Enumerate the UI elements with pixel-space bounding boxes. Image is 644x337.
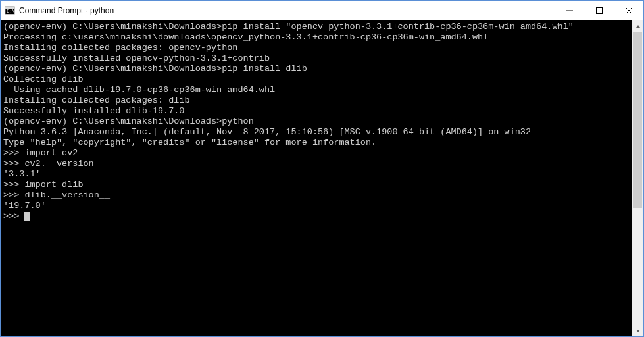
svg-marker-7: [636, 25, 640, 28]
terminal-line: >>> cv2.__version__: [3, 159, 630, 169]
terminal-line: Successfully installed opencv-python-3.3…: [3, 53, 630, 64]
vertical-scrollbar[interactable]: [632, 20, 643, 336]
terminal-line: >>>: [3, 211, 630, 222]
cursor: [24, 212, 30, 221]
minimize-button[interactable]: [555, 1, 584, 20]
svg-marker-8: [636, 330, 640, 332]
terminal-line: '3.3.1': [3, 169, 630, 180]
terminal-area: (opencv-env) C:\Users\minakshi\Downloads…: [1, 20, 643, 336]
terminal-line: (opencv-env) C:\Users\minakshi\Downloads…: [3, 64, 630, 74]
terminal-line: (opencv-env) C:\Users\minakshi\Downloads…: [3, 117, 630, 127]
window-title: Command Prompt - python: [19, 6, 555, 15]
scroll-up-arrow-icon[interactable]: [632, 20, 643, 32]
terminal-output[interactable]: (opencv-env) C:\Users\minakshi\Downloads…: [1, 20, 632, 336]
terminal-line: Collecting dlib: [3, 74, 630, 85]
terminal-line: Using cached dlib-19.7.0-cp36-cp36m-win_…: [3, 85, 630, 95]
close-button[interactable]: [614, 1, 643, 20]
maximize-button[interactable]: [584, 1, 614, 20]
window-controls: [555, 1, 643, 20]
terminal-line: Successfully installed dlib-19.7.0: [3, 106, 630, 117]
terminal-line: >>> dlib.__version__: [3, 190, 630, 201]
terminal-line: (opencv-env) C:\Users\minakshi\Downloads…: [3, 22, 630, 32]
scroll-down-arrow-icon[interactable]: [632, 325, 643, 336]
terminal-line: >>> import dlib: [3, 180, 630, 190]
terminal-line: Python 3.6.3 |Anaconda, Inc.| (default, …: [3, 127, 630, 138]
svg-text:C:\: C:\: [7, 9, 15, 14]
scroll-track[interactable]: [632, 32, 643, 325]
cmd-icon: C:\: [5, 5, 15, 16]
svg-rect-4: [596, 7, 602, 13]
terminal-line: Installing collected packages: dlib: [3, 95, 630, 106]
terminal-line: Type "help", "copyright", "credits" or "…: [3, 138, 630, 148]
terminal-line: '19.7.0': [3, 201, 630, 211]
terminal-line: Processing c:\users\minakshi\downloads\o…: [3, 32, 630, 43]
terminal-line: Installing collected packages: opencv-py…: [3, 43, 630, 53]
terminal-line: >>> import cv2: [3, 148, 630, 159]
command-prompt-window: C:\ Command Prompt - python (opencv-env)…: [0, 0, 644, 337]
titlebar[interactable]: C:\ Command Prompt - python: [1, 1, 643, 20]
scroll-thumb[interactable]: [633, 32, 642, 208]
